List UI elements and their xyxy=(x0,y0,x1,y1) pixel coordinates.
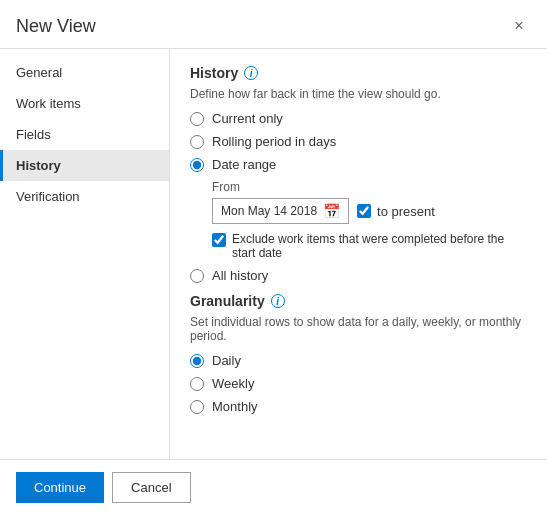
sidebar-item-fields[interactable]: Fields xyxy=(0,119,169,150)
radio-date-range-label: Date range xyxy=(212,157,276,172)
radio-rolling-period-input[interactable] xyxy=(190,135,204,149)
radio-rolling-period[interactable]: Rolling period in days xyxy=(190,134,527,149)
granularity-description: Set individual rows to show data for a d… xyxy=(190,315,527,343)
dialog-header: New View × xyxy=(0,0,547,49)
radio-all-history-label: All history xyxy=(212,268,268,283)
from-label: From xyxy=(212,180,527,194)
radio-rolling-period-label: Rolling period in days xyxy=(212,134,336,149)
calendar-icon[interactable]: 📅 xyxy=(323,203,340,219)
history-radio-group: Current only Rolling period in days Date… xyxy=(190,111,527,172)
to-present-label[interactable]: to present xyxy=(357,204,435,219)
granularity-info-icon[interactable]: i xyxy=(271,294,285,308)
radio-current-only-label: Current only xyxy=(212,111,283,126)
date-value: Mon May 14 2018 xyxy=(221,204,317,218)
date-range-content: From Mon May 14 2018 📅 to present Exclud… xyxy=(212,180,527,260)
granularity-section-title: Granularity i xyxy=(190,293,527,309)
history-description: Define how far back in time the view sho… xyxy=(190,87,527,101)
history-all-radio-group: All history xyxy=(190,268,527,283)
radio-weekly-input[interactable] xyxy=(190,377,204,391)
continue-button[interactable]: Continue xyxy=(16,472,104,503)
dialog-body: GeneralWork itemsFieldsHistoryVerificati… xyxy=(0,49,547,459)
exclude-checkbox[interactable] xyxy=(212,233,226,247)
to-present-text: to present xyxy=(377,204,435,219)
radio-daily-label: Daily xyxy=(212,353,241,368)
radio-all-history[interactable]: All history xyxy=(190,268,527,283)
radio-all-history-input[interactable] xyxy=(190,269,204,283)
sidebar-item-verification[interactable]: Verification xyxy=(0,181,169,212)
date-row: Mon May 14 2018 📅 to present xyxy=(212,198,527,224)
radio-monthly-input[interactable] xyxy=(190,400,204,414)
radio-daily-input[interactable] xyxy=(190,354,204,368)
to-present-checkbox[interactable] xyxy=(357,204,371,218)
close-button[interactable]: × xyxy=(507,14,531,38)
dialog-footer: Continue Cancel xyxy=(0,459,547,515)
date-input[interactable]: Mon May 14 2018 📅 xyxy=(212,198,349,224)
exclude-label: Exclude work items that were completed b… xyxy=(232,232,527,260)
granularity-radio-group: Daily Weekly Monthly xyxy=(190,353,527,414)
sidebar-item-history[interactable]: History xyxy=(0,150,169,181)
history-title-text: History xyxy=(190,65,238,81)
granularity-section: Granularity i Set individual rows to sho… xyxy=(190,293,527,414)
radio-current-only-input[interactable] xyxy=(190,112,204,126)
sidebar: GeneralWork itemsFieldsHistoryVerificati… xyxy=(0,49,170,459)
radio-weekly[interactable]: Weekly xyxy=(190,376,527,391)
radio-weekly-label: Weekly xyxy=(212,376,254,391)
radio-date-range[interactable]: Date range xyxy=(190,157,527,172)
radio-current-only[interactable]: Current only xyxy=(190,111,527,126)
sidebar-item-general[interactable]: General xyxy=(0,57,169,88)
radio-date-range-input[interactable] xyxy=(190,158,204,172)
new-view-dialog: New View × GeneralWork itemsFieldsHistor… xyxy=(0,0,547,515)
cancel-button[interactable]: Cancel xyxy=(112,472,190,503)
radio-daily[interactable]: Daily xyxy=(190,353,527,368)
radio-monthly-label: Monthly xyxy=(212,399,258,414)
dialog-title: New View xyxy=(16,16,96,37)
sidebar-item-work-items[interactable]: Work items xyxy=(0,88,169,119)
granularity-title-text: Granularity xyxy=(190,293,265,309)
radio-monthly[interactable]: Monthly xyxy=(190,399,527,414)
history-info-icon[interactable]: i xyxy=(244,66,258,80)
exclude-row: Exclude work items that were completed b… xyxy=(212,232,527,260)
history-section-title: History i xyxy=(190,65,527,81)
main-content: History i Define how far back in time th… xyxy=(170,49,547,459)
